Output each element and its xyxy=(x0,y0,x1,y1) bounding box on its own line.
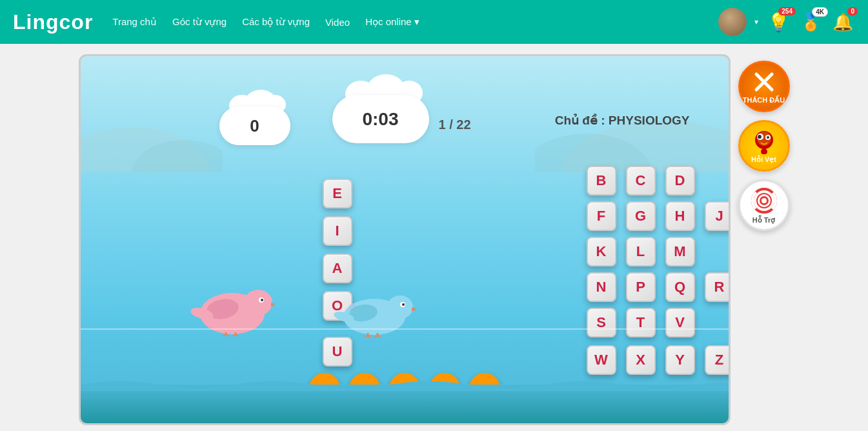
consonant-tile-Z[interactable]: Z xyxy=(705,345,731,375)
nav-vocabulary-sets[interactable]: Các bộ từ vựng xyxy=(242,16,310,28)
svg-point-23 xyxy=(402,303,405,306)
points-count: 254 xyxy=(778,7,796,15)
consonant-tile-N[interactable]: N xyxy=(587,272,616,302)
nav-study-online[interactable]: Học online ▾ xyxy=(365,16,419,28)
svg-point-42 xyxy=(767,136,769,139)
nav-home[interactable]: Trang chủ xyxy=(112,16,157,28)
svg-point-8 xyxy=(261,299,263,301)
hill-left-decoration xyxy=(81,101,223,172)
hill-right-decoration xyxy=(535,95,729,172)
parrot-label: Hỏi Vẹt xyxy=(751,155,776,164)
consonant-tile-P[interactable]: P xyxy=(626,272,656,302)
svg-point-5 xyxy=(244,290,272,316)
challenge-label: THÁCH ĐẤU xyxy=(743,96,785,105)
consonant-tile-T[interactable]: T xyxy=(626,308,656,337)
medals-count: 4K xyxy=(812,7,828,17)
topic-label: Chủ đề : xyxy=(555,114,605,127)
consonant-tile-Q[interactable]: Q xyxy=(665,272,695,302)
medal-badge[interactable]: 🏅 4K xyxy=(798,10,823,34)
consonant-tile-H[interactable]: H xyxy=(665,201,695,231)
topic-value: PHYSIOLOGY xyxy=(609,114,690,127)
timer-value: 0:03 xyxy=(332,95,429,143)
consonant-tile-S[interactable]: S xyxy=(587,308,616,337)
score-cloud: 0 xyxy=(219,106,290,145)
consonant-tile-M[interactable]: M xyxy=(665,237,695,266)
bird-blue: ♡ xyxy=(332,285,416,339)
consonant-tile-G[interactable]: G xyxy=(626,201,656,231)
topic-text: Chủ đề : PHYSIOLOGY xyxy=(555,113,690,128)
challenge-button[interactable]: THÁCH ĐẤU xyxy=(738,61,790,112)
score-value: 0 xyxy=(219,106,290,145)
svg-marker-6 xyxy=(271,303,274,306)
consonant-tile-K[interactable]: K xyxy=(587,237,616,266)
consonant-tile-R[interactable]: R xyxy=(705,272,731,302)
header: Lingcor Trang chủ Góc từ vựng Các bộ từ … xyxy=(0,0,868,44)
vowel-tile-E[interactable]: E xyxy=(323,179,352,208)
svg-point-40 xyxy=(758,135,762,139)
ground-line xyxy=(81,328,729,330)
bell-badge[interactable]: 🔔 0 xyxy=(831,10,855,34)
svg-point-20 xyxy=(387,296,413,319)
avatar-dropdown[interactable]: ▾ xyxy=(754,17,758,26)
svg-point-43 xyxy=(761,148,767,154)
wave-decoration xyxy=(81,385,729,423)
navigation: Trang chủ Góc từ vựng Các bộ từ vựng Vid… xyxy=(112,16,699,28)
svg-marker-21 xyxy=(412,307,416,311)
header-right: ▾ 💡 254 🏅 4K 🔔 0 xyxy=(718,8,855,36)
vowel-tile-A[interactable]: A xyxy=(323,254,352,283)
right-sidebar: THÁCH ĐẤU Hỏi Vẹt xyxy=(738,61,790,425)
notifications-count: 0 xyxy=(847,7,858,15)
timer-cloud: 0:03 xyxy=(332,95,429,143)
consonant-tile-L[interactable]: L xyxy=(626,237,656,266)
bulb-badge[interactable]: 💡 254 xyxy=(766,10,791,34)
consonant-tile-B[interactable]: B xyxy=(587,166,616,195)
logo: Lingcor xyxy=(13,10,93,34)
help-label: Hỗ Trợ xyxy=(752,216,775,225)
main-container: 0 0:03 1 / 22 Chủ đề : PHYSIOLOGY E I A xyxy=(0,44,868,431)
consonant-tile-W[interactable]: W xyxy=(587,345,616,375)
progress-text: 1 / 22 xyxy=(439,117,471,132)
svg-point-48 xyxy=(762,198,767,203)
bird-pink xyxy=(190,278,274,336)
consonant-tile-X[interactable]: X xyxy=(626,345,656,375)
consonant-tile-Y[interactable]: Y xyxy=(665,345,695,375)
svg-text:♡: ♡ xyxy=(348,303,356,312)
badge-bulb-wrap: 💡 254 xyxy=(766,10,791,34)
consonant-tile-F[interactable]: F xyxy=(587,201,616,231)
consonant-tile-D[interactable]: D xyxy=(665,166,695,195)
game-area: 0 0:03 1 / 22 Chủ đề : PHYSIOLOGY E I A xyxy=(79,54,731,425)
avatar[interactable] xyxy=(718,8,747,36)
consonant-tile-C[interactable]: C xyxy=(626,166,656,195)
nav-video[interactable]: Video xyxy=(325,17,350,28)
help-button[interactable]: Hỗ Trợ xyxy=(738,179,790,231)
nav-vocabulary-corner[interactable]: Góc từ vựng xyxy=(172,16,227,28)
vowel-tile-U[interactable]: U xyxy=(323,337,352,366)
avatar-image xyxy=(718,8,747,36)
vowel-tile-I[interactable]: I xyxy=(323,216,352,246)
parrot-button[interactable]: Hỏi Vẹt xyxy=(738,120,790,172)
consonant-tile-J[interactable]: J xyxy=(705,201,731,231)
consonant-tile-V[interactable]: V xyxy=(665,308,695,337)
